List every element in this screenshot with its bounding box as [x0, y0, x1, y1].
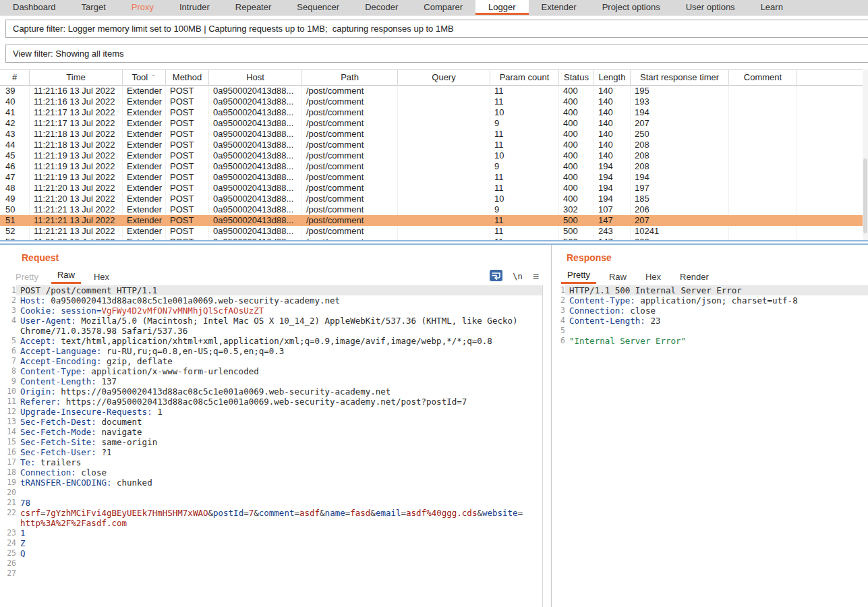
table-row[interactable]: 4811:21:20 13 Jul 2022ExtenderPOST0a9500…	[0, 183, 868, 194]
column-header-param-count[interactable]: Param count	[490, 70, 559, 86]
cell-query	[398, 194, 490, 204]
response-tab-pretty[interactable]: Pretty	[561, 268, 596, 284]
editor-line: 24Z	[3, 538, 542, 548]
table-row[interactable]: 4611:21:19 13 Jul 2022ExtenderPOST0a9500…	[0, 161, 868, 172]
cell-filler	[797, 86, 868, 96]
response-tab-raw[interactable]: Raw	[603, 270, 633, 284]
column-header-status[interactable]: Status	[559, 70, 594, 86]
menu-tab-repeater[interactable]: Repeater	[223, 0, 284, 15]
scrollbar-thumb[interactable]	[863, 158, 867, 233]
menu-tab-comparer[interactable]: Comparer	[411, 0, 475, 15]
line-number: 4	[552, 316, 565, 326]
cell-length: 140	[594, 129, 631, 140]
cell-index: 51	[0, 215, 30, 226]
capture-filter-bar[interactable]: Capture filter: Logger memory limit set …	[5, 20, 868, 38]
panel-splitter-handle[interactable]	[0, 240, 868, 245]
menu-tab-sequencer[interactable]: Sequencer	[284, 0, 352, 15]
cell-time: 11:21:16 13 Jul 2022	[30, 86, 123, 96]
table-row[interactable]: 5211:21:21 13 Jul 2022ExtenderPOST0a9500…	[0, 226, 868, 237]
request-editor[interactable]: 1POST /post/comment HTTP/1.12Host: 0a950…	[3, 285, 543, 607]
table-row[interactable]: 4411:21:18 13 Jul 2022ExtenderPOST0a9500…	[0, 140, 868, 150]
cell-index: 41	[0, 107, 30, 118]
menu-tab-decoder[interactable]: Decoder	[352, 0, 411, 15]
response-editor[interactable]: 1HTTP/1.1 500 Internal Server Error2Cont…	[552, 285, 868, 607]
request-tab-raw[interactable]: Raw	[51, 268, 81, 284]
wrap-lines-icon[interactable]	[490, 270, 502, 283]
column-header-method[interactable]: Method	[166, 70, 209, 86]
cell-host: 0a9500020413d88...	[209, 150, 302, 161]
cell-time: 11:21:18 13 Jul 2022	[30, 129, 123, 140]
response-tab-render[interactable]: Render	[674, 270, 715, 284]
cell-time: 11:21:19 13 Jul 2022	[30, 150, 123, 161]
line-number: 10	[3, 386, 16, 397]
table-row[interactable]: 4911:21:20 13 Jul 2022ExtenderPOST0a9500…	[0, 194, 868, 204]
table-row[interactable]: 3911:21:16 13 Jul 2022ExtenderPOST0a9500…	[0, 86, 868, 96]
line-number: 6	[552, 336, 565, 346]
line-number: 4	[3, 316, 16, 326]
table-row[interactable]: 5111:21:21 13 Jul 2022ExtenderPOST0a9500…	[0, 215, 868, 226]
cell-comment	[729, 96, 797, 107]
cell-length: 194	[594, 194, 631, 204]
menu-tab-user-options[interactable]: User options	[673, 0, 748, 15]
column-header-filler[interactable]	[797, 70, 868, 86]
menu-tab-project-options[interactable]: Project options	[589, 0, 673, 15]
column-header-length[interactable]: Length	[594, 70, 631, 86]
menu-tab-learn[interactable]: Learn	[748, 0, 796, 15]
newline-glyph-icon[interactable]: \n	[513, 272, 522, 281]
cell-query	[398, 161, 490, 172]
line-number: 6	[3, 346, 16, 356]
table-row[interactable]: 4711:21:19 13 Jul 2022ExtenderPOST0a9500…	[0, 172, 868, 183]
cell-param-count: 11	[490, 140, 559, 150]
menu-tab-intruder[interactable]: Intruder	[167, 0, 223, 15]
cell-index: 46	[0, 161, 30, 172]
cell-start-response-timer: 208	[631, 140, 729, 150]
request-tab-hex[interactable]: Hex	[88, 270, 115, 284]
menu-tab-target[interactable]: Target	[69, 0, 119, 15]
cell-length: 194	[594, 172, 631, 183]
column-header-query[interactable]: Query	[398, 70, 490, 86]
request-editor-icons: \n ≡	[490, 270, 539, 283]
line-number	[3, 518, 16, 528]
view-filter-bar[interactable]: View filter: Showing all items	[5, 45, 868, 63]
menu-tab-dashboard[interactable]: Dashboard	[0, 0, 69, 15]
table-row[interactable]: 4011:21:16 13 Jul 2022ExtenderPOST0a9500…	[0, 96, 868, 107]
request-tab-pretty[interactable]: Pretty	[9, 270, 45, 284]
table-vertical-scrollbar[interactable]	[863, 69, 868, 240]
cell-comment	[729, 107, 797, 118]
column-header-time[interactable]: Time	[30, 70, 123, 86]
cell-tool: Extender	[123, 150, 166, 161]
cell-path: /post/comment	[302, 172, 398, 183]
line-content: Cookie: session=VgFWy4D2vMfON7vMNMhjQlSc…	[16, 306, 542, 316]
cell-status: 400	[559, 161, 594, 172]
table-row[interactable]: 4511:21:19 13 Jul 2022ExtenderPOST0a9500…	[0, 150, 868, 161]
menu-tab-proxy[interactable]: Proxy	[119, 0, 167, 15]
table-row[interactable]: 4311:21:18 13 Jul 2022ExtenderPOST0a9500…	[0, 129, 868, 140]
table-row[interactable]: 4211:21:17 13 Jul 2022ExtenderPOST0a9500…	[0, 118, 868, 129]
request-editor-tabs: PrettyRawHex	[9, 268, 122, 284]
cell-start-response-timer: 185	[631, 194, 729, 204]
line-content: Content-Type: application/json; charset=…	[565, 295, 868, 306]
column-header-comment[interactable]: Comment	[729, 70, 797, 86]
cell-start-response-timer: 194	[631, 107, 729, 118]
column-header-path[interactable]: Path	[302, 70, 398, 86]
response-tab-hex[interactable]: Hex	[639, 270, 667, 284]
editor-line: 4Content-Length: 23	[552, 316, 868, 326]
line-number: 2	[3, 295, 16, 306]
table-row[interactable]: 4111:21:17 13 Jul 2022ExtenderPOST0a9500…	[0, 107, 868, 118]
cell-time: 11:21:21 13 Jul 2022	[30, 226, 123, 237]
table-row[interactable]: 5011:21:21 13 Jul 2022ExtenderPOST0a9500…	[0, 204, 868, 215]
editor-line: 19tRANSFER-ENCODING: chunked	[3, 478, 542, 488]
menu-tab-logger[interactable]: Logger	[475, 0, 528, 15]
editor-menu-icon[interactable]: ≡	[533, 272, 539, 281]
cell-index: 48	[0, 183, 30, 194]
column-header-index[interactable]: #	[0, 70, 30, 86]
menu-tab-extender[interactable]: Extender	[529, 0, 589, 15]
column-header-host[interactable]: Host	[209, 70, 302, 86]
line-number: 3	[552, 306, 565, 316]
cell-query	[398, 150, 490, 161]
cell-comment	[729, 215, 797, 226]
cell-param-count: 11	[490, 172, 559, 183]
column-header-tool[interactable]: Tool⌃	[123, 70, 166, 86]
column-header-start-response-timer[interactable]: Start response timer	[631, 70, 729, 86]
line-content: User-Agent: Mozilla/5.0 (Macintosh; Inte…	[16, 316, 542, 326]
